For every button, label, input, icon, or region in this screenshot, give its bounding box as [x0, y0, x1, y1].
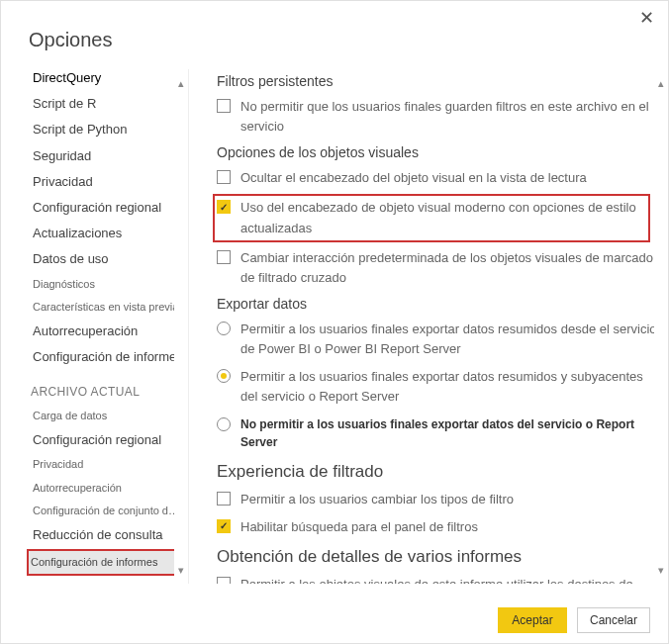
checkbox-icon[interactable] — [217, 250, 231, 264]
sidebar-item-security[interactable]: Seguridad — [31, 143, 184, 169]
opt-label: Permitir a los usuarios finales exportar… — [240, 320, 658, 359]
chevron-down-icon[interactable]: ▾ — [654, 562, 668, 578]
sidebar-section-currentfile: ARCHIVO ACTUAL — [31, 385, 184, 399]
opt-export-summary[interactable]: Permitir a los usuarios finales exportar… — [217, 320, 658, 359]
checkbox-icon[interactable] — [217, 99, 231, 113]
sidebar-item-queryreduction[interactable]: Reducción de consulta — [31, 522, 184, 548]
close-icon[interactable]: ✕ — [639, 9, 654, 27]
opt-allow-drillthrough[interactable]: Permitir a los objetos visuales de este … — [217, 575, 658, 584]
sidebar-scrollbar[interactable]: ▴ ▾ — [174, 69, 188, 584]
sidebar-item-autorecover2[interactable]: Autorrecuperación — [31, 477, 184, 500]
group-filter-exp: Experiencia de filtrado — [217, 462, 658, 482]
radio-icon[interactable] — [217, 417, 231, 431]
checkbox-checked-icon[interactable] — [217, 519, 231, 533]
sidebar-item-updates[interactable]: Actualizaciones — [31, 221, 184, 246]
opt-export-all[interactable]: Permitir a los usuarios finales exportar… — [217, 367, 658, 407]
ok-button[interactable]: Aceptar — [498, 607, 567, 633]
opt-label: No permitir que los usuarios finales gua… — [240, 97, 658, 137]
sidebar-item-regional2[interactable]: Configuración regional — [31, 427, 184, 453]
opt-modern-header[interactable]: Uso del encabezado de objeto visual mode… — [215, 196, 648, 239]
sidebar-item-reportsettings[interactable]: Configuración de informes — [29, 551, 186, 574]
group-drillthrough: Obtención de detalles de varios informes — [217, 547, 658, 567]
sidebar-item-dataset[interactable]: Configuración de conjunto de datos publi… — [31, 500, 184, 522]
sidebar-item-privacy[interactable]: Privacidad — [31, 169, 184, 195]
opt-label: Ocultar el encabezado del objeto visual … — [240, 168, 658, 188]
chevron-up-icon[interactable]: ▴ — [174, 75, 188, 91]
sidebar-item-preview[interactable]: Características en vista previa — [31, 296, 184, 319]
opt-change-filter-types[interactable]: Permitir a los usuarios cambiar los tipo… — [217, 490, 658, 509]
group-export: Exportar datos — [217, 296, 658, 312]
dialog-body: DirectQuery Script de R Script de Python… — [1, 69, 668, 584]
opt-no-save-filters[interactable]: No permitir que los usuarios finales gua… — [217, 97, 658, 137]
checkbox-icon[interactable] — [217, 170, 231, 184]
sidebar-item-autorecover[interactable]: Autorrecuperación — [31, 319, 184, 344]
opt-export-none[interactable]: No permitir a los usuarios finales expor… — [217, 415, 658, 452]
opt-enable-search[interactable]: Habilitar búsqueda para el panel de filt… — [217, 517, 658, 537]
chevron-down-icon[interactable]: ▾ — [174, 562, 188, 578]
content-scrollbar[interactable]: ▴ ▾ — [654, 69, 668, 584]
opt-label: Permitir a los usuarios cambiar los tipo… — [240, 490, 658, 509]
dialog-title: Opciones — [1, 1, 668, 69]
checkbox-checked-icon[interactable] — [217, 200, 231, 214]
dialog-footer: Aceptar Cancelar — [498, 607, 650, 633]
sidebar-item-directquery[interactable]: DirectQuery — [31, 69, 184, 91]
opt-label: Permitir a los objetos visuales de este … — [240, 575, 658, 584]
opt-hide-header[interactable]: Ocultar el encabezado del objeto visual … — [217, 168, 658, 188]
cancel-button[interactable]: Cancelar — [577, 607, 650, 633]
sidebar-item-diag[interactable]: Diagnósticos — [31, 273, 184, 296]
sidebar-item-python[interactable]: Script de Python — [31, 117, 184, 142]
radio-checked-icon[interactable] — [217, 369, 231, 383]
sidebar-item-reportconfig[interactable]: Configuración de informes — [31, 344, 184, 370]
sidebar-item-privacy2[interactable]: Privacidad — [31, 453, 184, 476]
sidebar-item-usage[interactable]: Datos de uso — [31, 246, 184, 272]
radio-icon[interactable] — [217, 322, 231, 335]
opt-label: Cambiar interacción predeterminada de lo… — [240, 248, 658, 288]
chevron-up-icon[interactable]: ▴ — [654, 75, 668, 91]
content-pane: Filtros persistentes No permitir que los… — [189, 69, 668, 584]
sidebar-item-r[interactable]: Script de R — [31, 91, 184, 117]
options-dialog: ✕ Opciones DirectQuery Script de R Scrip… — [0, 0, 669, 644]
sidebar: DirectQuery Script de R Script de Python… — [1, 69, 189, 584]
opt-label: No permitir a los usuarios finales expor… — [240, 415, 658, 452]
opt-label: Habilitar búsqueda para el panel de filt… — [240, 517, 658, 537]
sidebar-item-regional[interactable]: Configuración regional — [31, 195, 184, 221]
sidebar-item-dataload[interactable]: Carga de datos — [31, 405, 184, 427]
opt-label: Uso del encabezado de objeto visual mode… — [240, 198, 646, 237]
checkbox-icon[interactable] — [217, 492, 231, 506]
opt-cross-filter[interactable]: Cambiar interacción predeterminada de lo… — [217, 248, 658, 288]
checkbox-icon[interactable] — [217, 577, 231, 584]
opt-label: Permitir a los usuarios finales exportar… — [240, 367, 658, 407]
group-visual-options: Opciones de los objetos visuales — [217, 144, 658, 160]
group-persistent-filters: Filtros persistentes — [217, 73, 658, 89]
